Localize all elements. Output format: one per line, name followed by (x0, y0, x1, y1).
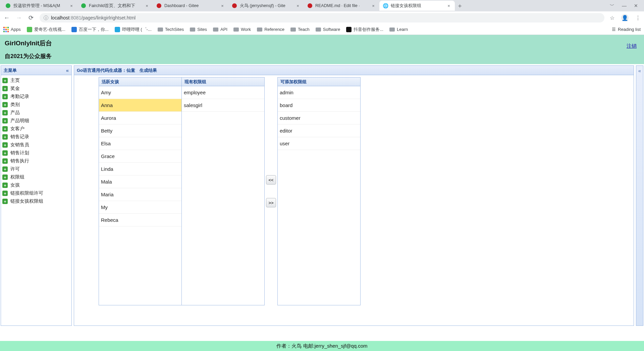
sidebar-item[interactable]: +奖金 (2, 85, 70, 93)
sidebar-item[interactable]: +女销售员 (2, 141, 70, 149)
sidebar-item[interactable]: +许可 (2, 165, 70, 173)
bookmark-folder[interactable]: Teach (290, 27, 310, 32)
browser-tab[interactable]: 火鸟 (jerryshensjf) - Gite× (228, 1, 304, 11)
sidebar-item[interactable]: +权限组 (2, 173, 70, 181)
tab-close-icon[interactable]: × (371, 3, 376, 8)
bookmark-folder[interactable]: Reference (257, 27, 284, 32)
sidebar-item[interactable]: +考勤记录 (2, 93, 70, 101)
list-item[interactable]: board (278, 99, 360, 112)
page-subtitle: 自2021为公众服务 (5, 52, 639, 60)
window-dropdown-button[interactable]: ﹀ (610, 3, 614, 9)
profile-avatar-icon[interactable]: 👤 (621, 14, 629, 21)
list-item[interactable]: user (278, 137, 360, 150)
bookmark-folder[interactable]: TechSites (158, 27, 184, 32)
list-item[interactable]: editor (278, 124, 360, 137)
folder-icon (316, 28, 321, 32)
list-item[interactable]: salesgirl (182, 99, 264, 112)
browser-tab[interactable]: 投递软件管理 - MS&A(M× (2, 1, 77, 11)
browser-tab[interactable]: Fairchild首页、文档和下× (77, 1, 153, 11)
tab-title: 火鸟 (jerryshensjf) - Gite (240, 3, 292, 9)
plus-icon: + (2, 142, 8, 148)
sidebar-item[interactable]: +销售执行 (2, 157, 70, 165)
site-info-icon[interactable]: i (44, 15, 48, 20)
plus-icon: + (2, 102, 8, 107)
plus-icon: + (2, 118, 8, 123)
list-item[interactable]: Anna (99, 99, 181, 112)
sidebar-item[interactable]: +销售计划 (2, 149, 70, 157)
move-left-button[interactable]: << (266, 175, 276, 185)
sidebar-item[interactable]: +类别 (2, 101, 70, 109)
list-item[interactable]: customer (278, 112, 360, 124)
bookmark-folder[interactable]: Sites (190, 27, 207, 32)
bookmark-folder[interactable]: Work (233, 27, 251, 32)
tab-close-icon[interactable]: × (69, 3, 74, 8)
bookmark-item[interactable]: 抖音创作服务... (346, 27, 383, 33)
sidebar-item[interactable]: +链接女孩权限组 (2, 197, 70, 205)
browser-tab[interactable]: Dashboard - Gitee× (153, 1, 228, 11)
list-item[interactable]: admin (278, 86, 360, 99)
plus-icon: + (2, 166, 8, 172)
list-item[interactable]: Rebeca (99, 214, 181, 227)
bookmark-label: 抖音创作服务... (354, 27, 383, 33)
list-item[interactable]: Maria (99, 188, 181, 201)
new-tab-button[interactable]: ＋ (455, 2, 465, 10)
list-item[interactable]: Amy (99, 86, 181, 99)
right-collapsed-panel[interactable]: « (636, 65, 643, 326)
browser-tab[interactable]: 🌐链接女孩权限组× (379, 1, 455, 11)
tab-close-icon[interactable]: × (295, 3, 301, 8)
list-item[interactable]: Mala (99, 176, 181, 188)
page-header: GirlOnlyInit后台 自2021为公众服务 注销 (0, 35, 644, 64)
bookmark-folder[interactable]: Learn (389, 27, 408, 32)
list-item[interactable]: Linda (99, 163, 181, 176)
sidebar-panel: 主菜单 « +主页+奖金+考勤记录+类别+产品+产品明细+女客户+销售记录+女销… (1, 65, 72, 326)
sidebar-item[interactable]: +女孩 (2, 181, 70, 189)
browser-menu-icon[interactable]: ⋮ (635, 15, 641, 21)
list-item-label: Maria (101, 192, 114, 197)
tab-close-icon[interactable]: × (144, 3, 150, 8)
logout-link[interactable]: 注销 (627, 43, 637, 49)
list-item-label: board (280, 102, 292, 108)
nav-back-button[interactable]: ← (3, 14, 10, 21)
bookmark-folder[interactable]: API (213, 27, 227, 32)
plus-icon: + (2, 158, 8, 164)
list-item-label: Anna (101, 102, 113, 108)
sidebar-collapse-icon[interactable]: « (66, 67, 69, 73)
list-item[interactable]: employee (182, 86, 264, 99)
bookmark-item[interactable]: 爱奇艺-在线视... (27, 27, 65, 33)
tab-close-icon[interactable]: × (220, 3, 225, 8)
bookmark-item[interactable]: 百度一下，你... (71, 27, 109, 33)
bookmark-folder[interactable]: Software (316, 27, 340, 32)
window-minimize-button[interactable]: — (622, 3, 627, 8)
move-right-button[interactable]: >> (266, 198, 276, 207)
sidebar-item[interactable]: +链接权限组许可 (2, 189, 70, 197)
list-item-label: Elsa (101, 141, 111, 146)
plus-icon: + (2, 183, 8, 188)
tab-close-icon[interactable]: × (446, 3, 451, 8)
main-panel: Go语言通用代码生成器：仙童 生成结果 活跃女孩 AmyAnnaAuroraBe… (74, 65, 634, 326)
list-item[interactable]: Grace (99, 150, 181, 163)
window-close-button[interactable]: ✕ (634, 3, 638, 8)
sidebar-item[interactable]: +产品明细 (2, 117, 70, 125)
sidebar-item[interactable]: +产品 (2, 109, 70, 117)
right-panel-expand-icon[interactable]: « (638, 68, 641, 73)
sidebar-item-label: 销售执行 (10, 158, 29, 164)
tab-title: README.md · Edit file · (315, 3, 368, 8)
browser-tab[interactable]: README.md · Edit file · × (304, 1, 379, 11)
sidebar-item[interactable]: +主页 (2, 77, 70, 85)
bookmark-favicon-icon (346, 27, 352, 32)
list-item[interactable]: Aurora (99, 112, 181, 124)
list-item[interactable]: Betty (99, 124, 181, 137)
url-input[interactable]: i localhost:8081/pages/linkgirlrightset.… (40, 13, 604, 22)
sidebar-item[interactable]: +销售记录 (2, 133, 70, 141)
bookmark-apps[interactable]: Apps (3, 27, 21, 32)
sidebar-item[interactable]: +女客户 (2, 125, 70, 133)
bookmark-favicon-icon (27, 27, 32, 32)
list-item[interactable]: Elsa (99, 137, 181, 150)
plus-icon: + (2, 110, 8, 115)
bookmark-item[interactable]: 哔哩哔哩 (゜-... (115, 27, 152, 33)
list-item[interactable]: My (99, 201, 181, 214)
reading-list-button[interactable]: ☰Reading list (612, 27, 641, 32)
folder-icon (190, 28, 195, 32)
nav-reload-button[interactable]: ⟳ (28, 14, 34, 21)
bookmark-star-icon[interactable]: ☆ (610, 15, 614, 21)
